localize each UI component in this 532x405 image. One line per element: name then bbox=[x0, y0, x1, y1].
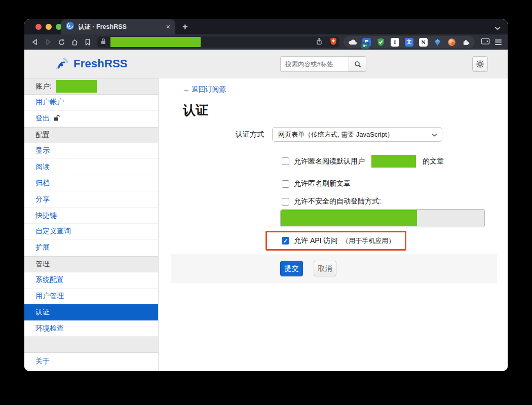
wallet-icon[interactable] bbox=[481, 37, 490, 47]
freshrss-logo[interactable]: FreshRSS bbox=[55, 56, 128, 71]
search-icon bbox=[354, 61, 361, 68]
gear-icon bbox=[476, 60, 484, 68]
chevron-down-icon bbox=[432, 133, 437, 137]
freshrss-page: FreshRSS 账户: 用户帐户 登出 bbox=[24, 50, 508, 371]
sidebar-item-display[interactable]: 显示 bbox=[24, 143, 158, 159]
sidebar-item-sharing[interactable]: 分享 bbox=[24, 191, 158, 208]
sidebar-header-empty bbox=[24, 337, 158, 353]
token-input[interactable] bbox=[280, 209, 485, 227]
sidebar-item-shortcuts[interactable]: 快捷键 bbox=[24, 208, 158, 224]
auth-method-row: 认证方式 网页表单（传统方式, 需要 JavaScript） bbox=[159, 127, 508, 142]
sidebar-item-user-management[interactable]: 用户管理 bbox=[24, 289, 158, 305]
sidebar-header-account: 账户: bbox=[24, 78, 158, 95]
back-icon[interactable] bbox=[28, 38, 42, 46]
green-shield-extension-icon[interactable] bbox=[376, 37, 386, 47]
blue-extension-icon[interactable]: 9+ bbox=[362, 37, 371, 47]
api-access-label: 允许 API 访问 bbox=[294, 236, 337, 246]
menu-icon[interactable] bbox=[495, 39, 502, 45]
tab-search-chevron-icon[interactable] bbox=[495, 23, 501, 32]
account-name-redaction bbox=[56, 80, 97, 93]
unsafe-login-label: 允许不安全的自动登陆方式: bbox=[294, 197, 381, 206]
extension-badge: 9+ bbox=[361, 43, 369, 49]
anon-read-checkbox[interactable] bbox=[282, 157, 289, 165]
sidebar-item-reading[interactable]: 阅读 bbox=[24, 159, 158, 175]
home-icon[interactable] bbox=[68, 38, 81, 46]
browser-toolbar: 9+ I 文 N bbox=[24, 34, 508, 50]
orange-dot-extension-icon[interactable] bbox=[447, 37, 457, 47]
api-access-checkbox[interactable]: ✓ bbox=[282, 237, 289, 245]
notion-extension-icon[interactable]: N bbox=[419, 37, 428, 47]
forward-icon[interactable] bbox=[42, 38, 55, 46]
default-user-redaction bbox=[371, 155, 416, 168]
anon-read-row: 允许匿名阅读默认用户 的文章 bbox=[282, 155, 508, 168]
page-title: 认证 bbox=[183, 102, 508, 118]
auth-method-label: 认证方式 bbox=[159, 130, 272, 139]
anon-read-label-before: 允许匿名阅读默认用户 bbox=[294, 157, 365, 166]
freshrss-logo-icon bbox=[55, 56, 70, 71]
sidebar-item-system-check[interactable]: 环境检查 bbox=[24, 320, 158, 337]
sidebar-item-about[interactable]: 关于 bbox=[24, 353, 158, 370]
api-access-hint: （用于手机应用） bbox=[342, 236, 395, 246]
sidebar-item-archiving[interactable]: 归档 bbox=[24, 175, 158, 191]
sidebar-header-config: 配置 bbox=[24, 127, 158, 143]
main-content: ← 返回订阅源 认证 认证方式 网页表单（传统方式, 需要 JavaScript… bbox=[159, 78, 508, 371]
anon-refresh-checkbox[interactable] bbox=[282, 180, 289, 188]
lock-icon bbox=[100, 37, 106, 47]
settings-gear-button[interactable] bbox=[472, 56, 488, 72]
puzzle-extension-icon[interactable] bbox=[461, 37, 471, 47]
settings-sidebar: 账户: 用户帐户 登出 配置 显示 阅读 归档 分享 快捷键 自定义查询 扩展 bbox=[24, 78, 159, 371]
gem-extension-icon[interactable] bbox=[433, 37, 442, 47]
sidebar-item-queries[interactable]: 自定义查询 bbox=[24, 224, 158, 240]
reload-icon[interactable] bbox=[55, 38, 68, 46]
unsafe-login-checkbox[interactable] bbox=[282, 198, 289, 206]
sidebar-header-admin: 管理 bbox=[24, 256, 158, 272]
window-controls bbox=[35, 24, 62, 30]
url-redaction bbox=[110, 37, 201, 47]
form-actions: 提交 取消 bbox=[171, 254, 497, 283]
address-bar[interactable] bbox=[97, 36, 339, 48]
share-icon[interactable] bbox=[316, 37, 323, 47]
tab-title: 认证 · FreshRSS bbox=[78, 23, 162, 31]
cloud-extension-icon[interactable] bbox=[348, 37, 357, 47]
browser-window: 认证 · FreshRSS × + bbox=[24, 19, 508, 371]
unsafe-login-row: 允许不安全的自动登陆方式: bbox=[282, 197, 508, 206]
bookmarks-icon[interactable] bbox=[81, 38, 94, 46]
browser-tab[interactable]: 认证 · FreshRSS × bbox=[61, 19, 175, 34]
new-tab-button[interactable]: + bbox=[182, 22, 188, 32]
sidebar-item-authentication[interactable]: 认证 bbox=[24, 304, 158, 320]
favicon-freshrss-icon bbox=[66, 22, 74, 32]
close-window-button[interactable] bbox=[35, 24, 42, 30]
cancel-button[interactable]: 取消 bbox=[314, 261, 336, 276]
back-to-feeds-link[interactable]: ← 返回订阅源 bbox=[183, 85, 226, 94]
api-access-highlight: ✓ 允许 API 访问 （用于手机应用） bbox=[265, 231, 406, 251]
tab-close-icon[interactable]: × bbox=[166, 23, 170, 30]
sidebar-item-extensions[interactable]: 扩展 bbox=[24, 240, 158, 256]
toolbar-separator bbox=[326, 38, 326, 46]
submit-button[interactable]: 提交 bbox=[280, 261, 303, 276]
translate-extension-icon[interactable]: 文 bbox=[404, 37, 414, 47]
search-group bbox=[280, 56, 366, 72]
anon-refresh-row: 允许匿名刷新文章 bbox=[282, 179, 508, 188]
anon-refresh-label: 允许匿名刷新文章 bbox=[294, 179, 351, 188]
sidebar-item-system-config[interactable]: 系统配置 bbox=[24, 272, 158, 289]
search-button[interactable] bbox=[349, 56, 366, 72]
search-input[interactable] bbox=[280, 56, 349, 72]
i-extension-icon[interactable]: I bbox=[390, 37, 400, 47]
app-header: FreshRSS bbox=[24, 50, 508, 78]
sidebar-item-logout[interactable]: 登出 bbox=[24, 111, 158, 127]
sidebar-item-user-account[interactable]: 用户帐户 bbox=[24, 95, 158, 111]
extensions-pill: 9+ I 文 N bbox=[344, 36, 475, 48]
brave-shield-icon[interactable] bbox=[329, 37, 337, 48]
logo-text: FreshRSS bbox=[73, 57, 128, 70]
auth-method-select[interactable]: 网页表单（传统方式, 需要 JavaScript） bbox=[272, 127, 442, 142]
anon-read-label-after: 的文章 bbox=[423, 157, 444, 166]
unlock-icon bbox=[53, 114, 60, 123]
token-redaction bbox=[281, 210, 417, 226]
minimize-window-button[interactable] bbox=[46, 24, 52, 30]
tab-strip: 认证 · FreshRSS × + bbox=[24, 19, 508, 34]
